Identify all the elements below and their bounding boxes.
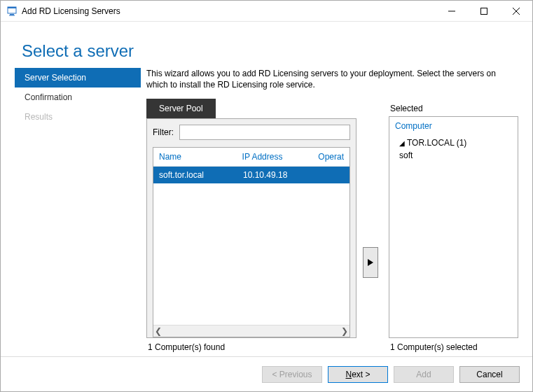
selected-count: 1 Computer(s) selected [389,338,518,356]
tree-item[interactable]: soft [395,149,512,162]
page-heading: Select a server [1,22,532,68]
cancel-button[interactable]: Cancel [459,366,520,383]
add-button: Add [394,366,454,383]
server-pool-box: Filter: Name IP Address Operat soft.tor.… [146,118,357,338]
col-os[interactable]: Operat [312,148,349,166]
cell-os [314,167,349,183]
grid-row[interactable]: soft.tor.local 10.10.49.18 [153,167,349,183]
svg-rect-3 [9,15,15,15]
svg-rect-1 [8,7,16,8]
step-results: Results [15,107,141,127]
selected-header: Computer [395,121,512,131]
svg-rect-2 [10,14,14,15]
selected-box[interactable]: Computer ◢ TOR.LOCAL (1) soft [389,116,518,338]
horizontal-scrollbar[interactable]: ❮ ❯ [153,325,349,337]
filter-label: Filter: [153,127,174,137]
maximize-button[interactable] [468,1,500,22]
selected-panel: Selected Computer ◢ TOR.LOCAL (1) soft 1… [389,99,518,356]
step-confirmation[interactable]: Confirmation [15,88,141,107]
panels: Server Pool Filter: Name IP Address Oper… [146,99,518,356]
tree-domain[interactable]: ◢ TOR.LOCAL (1) [395,136,512,149]
tree-collapse-icon[interactable]: ◢ [399,139,405,147]
close-button[interactable] [500,1,532,22]
app-icon [6,6,18,17]
next-button[interactable]: Next > [328,366,388,383]
add-to-selected-button[interactable] [363,247,378,278]
server-grid: Name IP Address Operat soft.tor.local 10… [153,147,350,337]
window-title: Add RD Licensing Servers [22,6,436,16]
scroll-left-icon[interactable]: ❮ [155,326,162,336]
wizard-description: This wizard allows you to add RD Licensi… [146,68,518,90]
selected-label: Selected [389,99,518,116]
server-pool-panel: Server Pool Filter: Name IP Address Oper… [146,99,357,356]
footer: < Previous Next > Add Cancel [1,356,532,391]
pool-count: 1 Computer(s) found [146,338,357,356]
cell-ip: 10.10.49.18 [237,167,314,183]
minimize-button[interactable] [436,1,468,22]
tab-server-pool[interactable]: Server Pool [146,99,216,118]
tree-domain-label: TOR.LOCAL (1) [407,138,466,148]
step-server-selection[interactable]: Server Selection [15,68,141,88]
svg-marker-8 [368,259,373,266]
content-area: This wizard allows you to add RD Licensi… [146,68,518,356]
filter-input[interactable] [179,125,350,140]
wizard-steps: Server Selection Confirmation Results [15,68,141,356]
col-ip[interactable]: IP Address [237,148,313,166]
scroll-right-icon[interactable]: ❯ [341,326,348,336]
main-area: Server Selection Confirmation Results Th… [1,68,532,356]
cell-name: soft.tor.local [153,167,237,183]
col-name[interactable]: Name [153,148,237,166]
titlebar: Add RD Licensing Servers [1,1,532,22]
transfer-column [357,99,385,356]
grid-body[interactable]: soft.tor.local 10.10.49.18 [153,167,349,325]
svg-rect-5 [481,8,487,14]
grid-header: Name IP Address Operat [153,148,349,167]
previous-button: < Previous [262,366,322,383]
